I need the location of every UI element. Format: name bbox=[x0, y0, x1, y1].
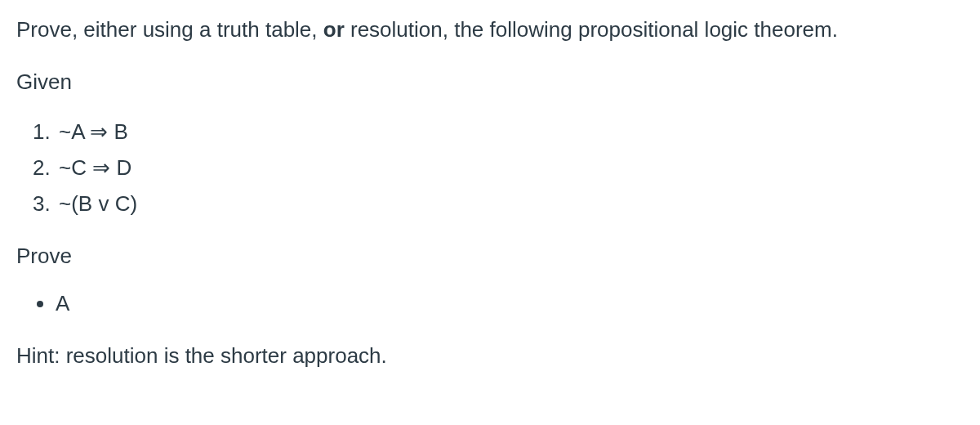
goal-item: A bbox=[56, 288, 980, 320]
premise-item: 3. ~(B v C) bbox=[33, 186, 980, 221]
intro-text-pre: Prove, either using a truth table, bbox=[16, 17, 323, 42]
premises-list: 1. ~A ⇒ B 2. ~C ⇒ D 3. ~(B v C) bbox=[16, 114, 980, 222]
premise-text: ~A ⇒ B bbox=[59, 114, 128, 150]
intro-text-post: resolution, the following propositional … bbox=[345, 17, 838, 42]
prove-label: Prove bbox=[16, 241, 980, 271]
goals-list: A bbox=[16, 288, 980, 320]
problem-statement: Prove, either using a truth table, or re… bbox=[16, 15, 980, 44]
premise-number: 3. bbox=[33, 186, 59, 221]
premise-item: 1. ~A ⇒ B bbox=[33, 114, 980, 150]
given-label: Given bbox=[16, 67, 980, 96]
premise-text: ~(B v C) bbox=[59, 186, 137, 221]
goal-text: A bbox=[56, 291, 69, 315]
intro-or: or bbox=[323, 17, 345, 42]
premise-item: 2. ~C ⇒ D bbox=[33, 150, 980, 186]
premise-number: 1. bbox=[33, 114, 59, 150]
premise-number: 2. bbox=[33, 150, 59, 186]
hint-text: Hint: resolution is the shorter approach… bbox=[16, 341, 980, 370]
premise-text: ~C ⇒ D bbox=[59, 150, 131, 186]
